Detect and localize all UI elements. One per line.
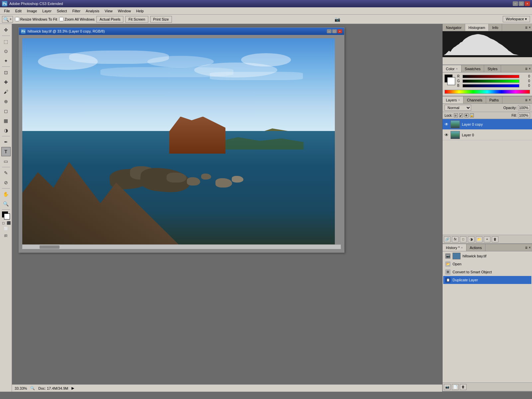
fill-input[interactable] bbox=[518, 113, 530, 118]
panel-menu-history[interactable]: ≡ bbox=[525, 245, 527, 250]
tab-history[interactable]: History * × bbox=[443, 244, 466, 251]
history-new-doc-btn[interactable]: 📄 bbox=[452, 384, 459, 390]
horizontal-scrollbar[interactable] bbox=[22, 244, 341, 249]
panel-menu-nav[interactable]: ≡ bbox=[525, 25, 527, 30]
layer-mask-button[interactable]: □ bbox=[460, 236, 466, 242]
doc-maximize-button[interactable]: □ bbox=[332, 29, 337, 33]
notes-tool[interactable]: ✎ bbox=[1, 168, 11, 178]
color-spectrum[interactable] bbox=[445, 90, 530, 94]
lock-paint-btn[interactable]: 🖌 bbox=[459, 113, 463, 117]
panel-menu-color[interactable]: ≡ bbox=[525, 66, 527, 71]
tab-color[interactable]: Color × bbox=[443, 65, 462, 72]
clone-tool[interactable]: ⊕ bbox=[1, 97, 11, 106]
heal-tool[interactable]: ✚ bbox=[1, 77, 11, 87]
bg-color-swatch[interactable] bbox=[447, 77, 455, 85]
layer-eye-copy[interactable]: 👁 bbox=[444, 122, 449, 127]
green-value[interactable]: 0 bbox=[521, 79, 530, 83]
lock-all-btn[interactable]: 🔒 bbox=[470, 113, 474, 117]
history-item-snapshot[interactable]: 📷 hillswick bay.tif bbox=[443, 252, 531, 260]
zoom-toggle[interactable]: + bbox=[10, 17, 12, 21]
actual-pixels-button[interactable]: Actual Pixels bbox=[96, 16, 123, 23]
panel-collapse-history[interactable]: × bbox=[529, 246, 531, 249]
doc-close-button[interactable]: × bbox=[337, 29, 342, 33]
gradient-tool[interactable]: ▦ bbox=[1, 116, 11, 125]
quick-mask-mode[interactable]: ⬛ bbox=[6, 220, 11, 225]
layer-link-button[interactable]: 🔗 bbox=[444, 236, 451, 242]
tab-swatches[interactable]: Swatches bbox=[462, 65, 484, 72]
panel-close-nav[interactable]: × bbox=[529, 26, 531, 29]
workspace-button[interactable]: Workspace ▾ bbox=[503, 16, 530, 22]
layer-fx-button[interactable]: fx bbox=[452, 236, 459, 242]
tab-navigator[interactable]: Navigator bbox=[443, 24, 465, 31]
zoom-controls[interactable]: 🔍 bbox=[30, 386, 35, 390]
blue-slider[interactable] bbox=[463, 84, 519, 87]
layer-adjust-button[interactable]: ◑ bbox=[468, 236, 474, 242]
blue-value[interactable]: 0 bbox=[521, 84, 530, 87]
fit-screen-button[interactable]: Fit Screen bbox=[125, 16, 148, 23]
text-tool[interactable]: T bbox=[1, 147, 11, 156]
close-button[interactable]: × bbox=[525, 1, 530, 6]
lock-move-btn[interactable]: ✥ bbox=[465, 113, 468, 117]
panel-close-color[interactable]: × bbox=[529, 67, 531, 70]
menu-window[interactable]: Window bbox=[115, 8, 133, 14]
tab-paths[interactable]: Paths bbox=[486, 96, 502, 103]
standard-mode[interactable]: ◻ bbox=[1, 220, 6, 225]
layer-eye-0[interactable]: 👁 bbox=[444, 132, 449, 138]
menu-analysis[interactable]: Analysis bbox=[83, 8, 102, 14]
history-item-duplicate[interactable]: 📋 Duplicate Layer bbox=[443, 276, 531, 284]
minimize-button[interactable]: – bbox=[513, 1, 518, 6]
select-rect-tool[interactable]: ⬚ bbox=[1, 37, 11, 46]
magic-wand-tool[interactable]: ✦ bbox=[1, 56, 11, 66]
menu-help[interactable]: Help bbox=[134, 8, 147, 14]
menu-filter[interactable]: Filter bbox=[69, 8, 83, 14]
red-value[interactable]: 0 bbox=[521, 74, 530, 78]
hand-tool[interactable]: ✋ bbox=[1, 190, 11, 199]
lasso-tool[interactable]: ⊙ bbox=[1, 47, 11, 56]
zoom-in-icon[interactable]: 🔍 bbox=[3, 17, 9, 22]
history-item-open[interactable]: 📂 Open bbox=[443, 260, 531, 268]
menu-edit[interactable]: Edit bbox=[13, 8, 24, 14]
layer-delete-button[interactable]: 🗑 bbox=[492, 236, 498, 242]
history-item-convert[interactable]: ⚙ Convert to Smart Object bbox=[443, 268, 531, 276]
zoom-all-check[interactable]: Zoom All Windows bbox=[59, 17, 94, 21]
tab-histogram[interactable]: Histogram bbox=[465, 24, 489, 31]
move-tool[interactable]: ✥ bbox=[1, 25, 11, 35]
brush-tool[interactable]: 🖌 bbox=[1, 87, 11, 96]
doc-minimize-button[interactable]: – bbox=[327, 29, 332, 33]
red-slider[interactable] bbox=[463, 75, 519, 78]
eraser-tool[interactable]: ◻ bbox=[1, 106, 11, 116]
crop-tool[interactable]: ⊡ bbox=[1, 68, 11, 77]
layer-item-0[interactable]: 👁 Layer 0 bbox=[443, 130, 532, 140]
maximize-button[interactable]: □ bbox=[519, 1, 524, 6]
shape-tool[interactable]: ▭ bbox=[1, 157, 11, 166]
layer-group-button[interactable]: 📁 bbox=[476, 236, 482, 242]
doc-info-arrow[interactable]: ▶ bbox=[71, 386, 74, 390]
document-canvas[interactable] bbox=[22, 38, 335, 244]
layer-new-button[interactable]: + bbox=[484, 236, 490, 242]
screen-mode[interactable]: ⬜ bbox=[1, 226, 11, 231]
print-size-button[interactable]: Print Size bbox=[150, 16, 172, 23]
layer-item-copy[interactable]: 👁 Layer 0 copy bbox=[443, 119, 532, 130]
pen-tool[interactable]: ✒ bbox=[1, 137, 11, 147]
scrollbar-thumb-h[interactable] bbox=[40, 245, 60, 249]
history-snapshot-btn[interactable]: 📷 bbox=[444, 384, 451, 390]
zoom-tool[interactable]: 🔍 bbox=[1, 199, 11, 208]
tab-channels[interactable]: Channels bbox=[464, 96, 486, 103]
tab-info[interactable]: Info bbox=[489, 24, 502, 31]
resize-windows-check[interactable]: Resize Windows To Fit bbox=[15, 17, 57, 21]
tab-styles[interactable]: Styles bbox=[484, 65, 501, 72]
tab-layers[interactable]: Layers × bbox=[443, 96, 464, 103]
panel-menu-layers[interactable]: ≡ bbox=[525, 98, 527, 102]
lock-transparent-btn[interactable]: ⊘ bbox=[454, 113, 458, 117]
panel-collapse-layers[interactable]: × bbox=[529, 98, 531, 102]
menu-image[interactable]: Image bbox=[24, 8, 40, 14]
menu-file[interactable]: File bbox=[1, 8, 13, 14]
menu-view[interactable]: View bbox=[102, 8, 115, 14]
background-color[interactable] bbox=[4, 213, 10, 219]
menu-select[interactable]: Select bbox=[54, 8, 70, 14]
eyedrop-tool[interactable]: ⊘ bbox=[1, 178, 11, 187]
menu-layer[interactable]: Layer bbox=[40, 8, 54, 14]
green-slider[interactable] bbox=[463, 79, 519, 83]
jump-to-imageready[interactable]: IR bbox=[1, 231, 11, 240]
dodge-tool[interactable]: ◑ bbox=[1, 126, 11, 135]
